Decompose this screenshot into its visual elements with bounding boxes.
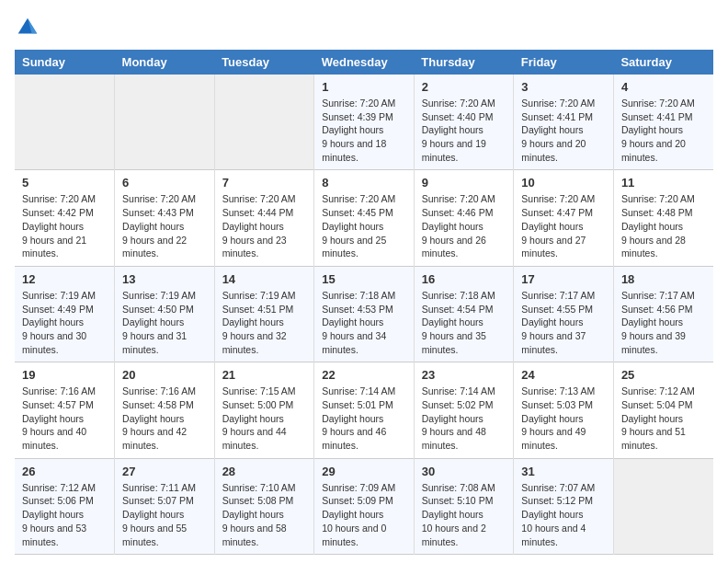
day-info: Sunrise: 7:17 AMSunset: 4:56 PMDaylight … (621, 289, 706, 356)
day-info: Sunrise: 7:12 AMSunset: 5:04 PMDaylight … (621, 385, 706, 452)
day-cell: 15Sunrise: 7:18 AMSunset: 4:53 PMDayligh… (314, 266, 415, 362)
col-header-tuesday: Tuesday (214, 50, 314, 75)
day-cell: 21Sunrise: 7:15 AMSunset: 5:00 PMDayligh… (214, 362, 314, 458)
day-cell: 5Sunrise: 7:20 AMSunset: 4:42 PMDaylight… (15, 170, 115, 266)
col-header-thursday: Thursday (414, 50, 514, 75)
day-info: Sunrise: 7:16 AMSunset: 4:57 PMDaylight … (22, 385, 107, 452)
day-number: 4 (621, 80, 706, 94)
day-number: 25 (621, 368, 706, 382)
day-cell: 31Sunrise: 7:07 AMSunset: 5:12 PMDayligh… (514, 458, 614, 554)
day-cell: 23Sunrise: 7:14 AMSunset: 5:02 PMDayligh… (414, 362, 514, 458)
day-cell: 3Sunrise: 7:20 AMSunset: 4:41 PMDaylight… (514, 75, 614, 170)
day-cell: 24Sunrise: 7:13 AMSunset: 5:03 PMDayligh… (514, 362, 614, 458)
day-number: 31 (521, 465, 606, 478)
day-number: 5 (22, 176, 107, 190)
week-row-5: 26Sunrise: 7:12 AMSunset: 5:06 PMDayligh… (15, 458, 713, 554)
day-number: 28 (222, 465, 307, 478)
day-info: Sunrise: 7:19 AMSunset: 4:50 PMDaylight … (122, 289, 207, 356)
col-header-monday: Monday (115, 50, 215, 75)
day-info: Sunrise: 7:14 AMSunset: 5:01 PMDaylight … (322, 385, 406, 452)
day-cell: 13Sunrise: 7:19 AMSunset: 4:50 PMDayligh… (115, 266, 215, 362)
day-cell: 19Sunrise: 7:16 AMSunset: 4:57 PMDayligh… (15, 362, 115, 458)
day-number: 11 (621, 176, 706, 190)
day-info: Sunrise: 7:20 AMSunset: 4:47 PMDaylight … (521, 192, 606, 259)
day-cell: 16Sunrise: 7:18 AMSunset: 4:54 PMDayligh… (414, 266, 514, 362)
day-cell: 12Sunrise: 7:19 AMSunset: 4:49 PMDayligh… (15, 266, 115, 362)
day-cell: 7Sunrise: 7:20 AMSunset: 4:44 PMDaylight… (214, 170, 314, 266)
day-number: 26 (22, 465, 107, 478)
day-number: 16 (422, 272, 506, 286)
day-cell: 2Sunrise: 7:20 AMSunset: 4:40 PMDaylight… (414, 75, 514, 170)
day-cell: 20Sunrise: 7:16 AMSunset: 4:58 PMDayligh… (115, 362, 215, 458)
week-row-1: 1Sunrise: 7:20 AMSunset: 4:39 PMDaylight… (15, 75, 713, 170)
day-number: 30 (422, 465, 506, 478)
day-info: Sunrise: 7:20 AMSunset: 4:41 PMDaylight … (621, 97, 706, 164)
day-number: 12 (22, 272, 107, 286)
day-cell (15, 75, 115, 170)
day-number: 24 (521, 368, 606, 382)
day-cell: 1Sunrise: 7:20 AMSunset: 4:39 PMDaylight… (314, 75, 415, 170)
day-cell: 30Sunrise: 7:08 AMSunset: 5:10 PMDayligh… (414, 458, 514, 554)
day-cell: 4Sunrise: 7:20 AMSunset: 4:41 PMDaylight… (613, 75, 713, 170)
day-info: Sunrise: 7:16 AMSunset: 4:58 PMDaylight … (122, 385, 207, 452)
day-info: Sunrise: 7:20 AMSunset: 4:39 PMDaylight … (322, 97, 406, 164)
day-cell: 10Sunrise: 7:20 AMSunset: 4:47 PMDayligh… (514, 170, 614, 266)
week-row-2: 5Sunrise: 7:20 AMSunset: 4:42 PMDaylight… (15, 170, 713, 266)
logo-icon (15, 15, 40, 40)
day-info: Sunrise: 7:20 AMSunset: 4:40 PMDaylight … (422, 97, 506, 164)
day-number: 14 (222, 272, 307, 286)
col-header-friday: Friday (514, 50, 614, 75)
day-info: Sunrise: 7:07 AMSunset: 5:12 PMDaylight … (521, 481, 606, 548)
day-number: 7 (222, 176, 307, 190)
day-cell: 25Sunrise: 7:12 AMSunset: 5:04 PMDayligh… (613, 362, 713, 458)
day-cell: 18Sunrise: 7:17 AMSunset: 4:56 PMDayligh… (613, 266, 713, 362)
day-cell: 6Sunrise: 7:20 AMSunset: 4:43 PMDaylight… (115, 170, 215, 266)
day-info: Sunrise: 7:20 AMSunset: 4:43 PMDaylight … (122, 192, 207, 259)
day-cell: 8Sunrise: 7:20 AMSunset: 4:45 PMDaylight… (314, 170, 415, 266)
day-number: 22 (322, 368, 406, 382)
day-info: Sunrise: 7:20 AMSunset: 4:45 PMDaylight … (322, 192, 406, 259)
week-row-4: 19Sunrise: 7:16 AMSunset: 4:57 PMDayligh… (15, 362, 713, 458)
day-cell: 26Sunrise: 7:12 AMSunset: 5:06 PMDayligh… (15, 458, 115, 554)
day-number: 2 (422, 80, 506, 94)
day-info: Sunrise: 7:12 AMSunset: 5:06 PMDaylight … (22, 481, 107, 548)
day-info: Sunrise: 7:13 AMSunset: 5:03 PMDaylight … (521, 385, 606, 452)
day-cell: 22Sunrise: 7:14 AMSunset: 5:01 PMDayligh… (314, 362, 415, 458)
day-info: Sunrise: 7:20 AMSunset: 4:46 PMDaylight … (422, 192, 506, 259)
day-cell: 29Sunrise: 7:09 AMSunset: 5:09 PMDayligh… (314, 458, 415, 554)
day-cell (214, 75, 314, 170)
day-info: Sunrise: 7:20 AMSunset: 4:41 PMDaylight … (521, 97, 606, 164)
day-cell: 27Sunrise: 7:11 AMSunset: 5:07 PMDayligh… (115, 458, 215, 554)
day-info: Sunrise: 7:09 AMSunset: 5:09 PMDaylight … (322, 481, 406, 548)
day-cell (115, 75, 215, 170)
day-number: 21 (222, 368, 307, 382)
col-header-saturday: Saturday (613, 50, 713, 75)
day-cell: 28Sunrise: 7:10 AMSunset: 5:08 PMDayligh… (214, 458, 314, 554)
day-cell (613, 458, 713, 554)
day-info: Sunrise: 7:10 AMSunset: 5:08 PMDaylight … (222, 481, 307, 548)
calendar-table: SundayMondayTuesdayWednesdayThursdayFrid… (15, 50, 713, 555)
day-number: 3 (521, 80, 606, 94)
day-info: Sunrise: 7:20 AMSunset: 4:42 PMDaylight … (22, 192, 107, 259)
day-number: 18 (621, 272, 706, 286)
day-number: 27 (122, 465, 207, 478)
day-info: Sunrise: 7:18 AMSunset: 4:53 PMDaylight … (322, 289, 406, 356)
day-number: 9 (422, 176, 506, 190)
col-header-wednesday: Wednesday (314, 50, 415, 75)
day-info: Sunrise: 7:08 AMSunset: 5:10 PMDaylight … (422, 481, 506, 548)
day-info: Sunrise: 7:20 AMSunset: 4:44 PMDaylight … (222, 192, 307, 259)
day-number: 15 (322, 272, 406, 286)
day-cell: 17Sunrise: 7:17 AMSunset: 4:55 PMDayligh… (514, 266, 614, 362)
week-row-3: 12Sunrise: 7:19 AMSunset: 4:49 PMDayligh… (15, 266, 713, 362)
day-cell: 9Sunrise: 7:20 AMSunset: 4:46 PMDaylight… (414, 170, 514, 266)
day-info: Sunrise: 7:15 AMSunset: 5:00 PMDaylight … (222, 385, 307, 452)
day-number: 6 (122, 176, 207, 190)
day-number: 29 (322, 465, 406, 478)
day-number: 23 (422, 368, 506, 382)
day-number: 17 (521, 272, 606, 286)
day-number: 8 (322, 176, 406, 190)
day-cell: 14Sunrise: 7:19 AMSunset: 4:51 PMDayligh… (214, 266, 314, 362)
day-info: Sunrise: 7:14 AMSunset: 5:02 PMDaylight … (422, 385, 506, 452)
day-info: Sunrise: 7:17 AMSunset: 4:55 PMDaylight … (521, 289, 606, 356)
day-cell: 11Sunrise: 7:20 AMSunset: 4:48 PMDayligh… (613, 170, 713, 266)
